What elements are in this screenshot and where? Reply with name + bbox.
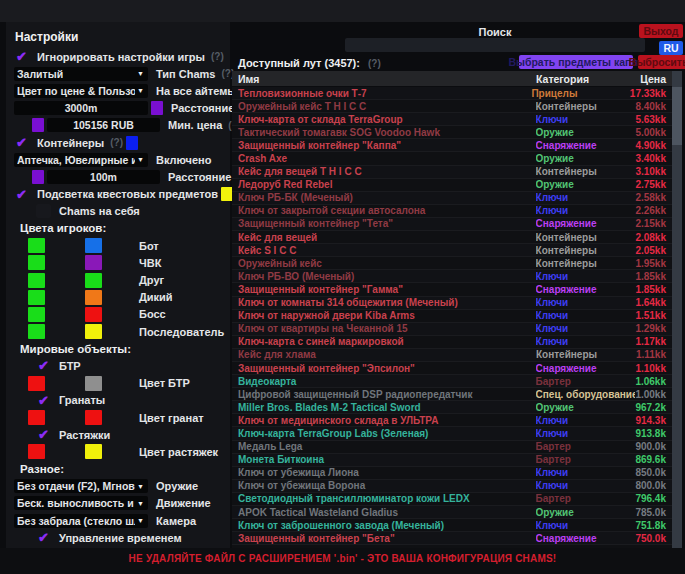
value-input[interactable]: 105156 RUB bbox=[47, 118, 160, 132]
section-header: Цвета игроков: bbox=[6, 220, 230, 237]
checkbox[interactable]: ✔ bbox=[36, 428, 51, 442]
loot-row[interactable]: Тепловизионные очки Т-7Прицелы17.33kk bbox=[232, 87, 672, 100]
loot-scrollbar[interactable] bbox=[672, 71, 682, 548]
checkbox[interactable] bbox=[36, 204, 51, 218]
color-swatch[interactable] bbox=[151, 101, 163, 115]
loot-row[interactable]: Медаль LegaБартер900.0k bbox=[232, 441, 672, 454]
color-swatch-type[interactable] bbox=[85, 376, 102, 391]
dropdown[interactable]: Цвет по цене & Пользователь▼ bbox=[14, 84, 148, 98]
color-swatch-visible[interactable] bbox=[28, 238, 45, 253]
loot-row[interactable]: Кейс для хламаКонтейнеры1.11kk bbox=[232, 349, 672, 362]
column-header-category[interactable]: Категория bbox=[536, 73, 636, 85]
settings-row: Последователь bbox=[6, 323, 230, 340]
loot-row[interactable]: Защищенный контейнер "Тета"Снаряжение2.1… bbox=[232, 218, 672, 231]
loot-item-category: Снаряжение bbox=[536, 284, 636, 295]
color-swatch-visible[interactable] bbox=[28, 307, 45, 322]
loot-item-price: 1.06kk bbox=[635, 376, 672, 387]
color-swatch-type[interactable] bbox=[85, 255, 102, 270]
help-icon[interactable]: (?) bbox=[211, 51, 224, 62]
chevron-down-icon: ▼ bbox=[137, 517, 144, 524]
loot-row[interactable]: Цифровой защищенный DSP радиопередатчикС… bbox=[232, 388, 672, 401]
loot-row[interactable]: Ключ-карта TerraGroup Labs (Зеленая)Ключ… bbox=[232, 427, 672, 440]
chevron-down-icon: ▼ bbox=[137, 156, 144, 163]
checkbox[interactable]: ✔ bbox=[14, 187, 29, 201]
color-swatch-visible[interactable] bbox=[28, 410, 45, 425]
loot-row[interactable]: Ключ-карта с синей маркировкойКлючи1.17k… bbox=[232, 336, 672, 349]
checkbox[interactable]: ✔ bbox=[36, 531, 51, 545]
loot-row[interactable]: Защищенный контейнер "Бета"Снаряжение750… bbox=[232, 532, 672, 545]
color-swatch-type[interactable] bbox=[85, 324, 102, 339]
loot-row[interactable]: Оружейный кейс T H I C CКонтейнеры8.40kk bbox=[232, 100, 672, 113]
loot-row[interactable]: Ключ от комнаты 314 общежития (Меченый)К… bbox=[232, 297, 672, 310]
loot-row[interactable]: Ключ РБ-ВО (Меченый)Ключи1.85kk bbox=[232, 270, 672, 283]
value-input[interactable]: 3000m bbox=[14, 101, 148, 115]
color-swatch[interactable] bbox=[32, 118, 44, 132]
loot-row[interactable]: ВидеокартаБартер1.06kk bbox=[232, 375, 672, 388]
color-swatch-visible[interactable] bbox=[28, 255, 45, 270]
color-swatch-visible[interactable] bbox=[28, 376, 45, 391]
color-swatch-type[interactable] bbox=[85, 307, 102, 322]
dropdown[interactable]: Без забрала (стекло шлема)▼ bbox=[14, 514, 148, 528]
color-swatch-type[interactable] bbox=[85, 273, 102, 288]
loot-item-name: Кейс S I C C bbox=[232, 245, 536, 256]
checkbox[interactable]: ✔ bbox=[14, 136, 29, 150]
color-swatch[interactable] bbox=[126, 136, 138, 150]
loot-item-name: Оружейный кейс T H I C C bbox=[232, 101, 536, 112]
discard-all-button[interactable]: Выбросить все bbox=[638, 55, 685, 69]
color-swatch-type[interactable] bbox=[85, 444, 102, 459]
loot-row[interactable]: Ключ от квартиры на Чеканной 15Ключи1.29… bbox=[232, 323, 672, 336]
color-swatch[interactable] bbox=[32, 170, 44, 184]
color-swatch-visible[interactable] bbox=[28, 324, 45, 339]
loot-row[interactable]: Ключ от убежища ЛионаКлючи850.0k bbox=[232, 467, 672, 480]
loot-row[interactable]: Ледоруб Red RebelОружие2.75kk bbox=[232, 179, 672, 192]
color-swatch-visible[interactable] bbox=[28, 444, 45, 459]
loot-item-price: 5.00kk bbox=[635, 127, 672, 138]
dropdown[interactable]: Без отдачи (F2), Мгновенное п▼ bbox=[14, 479, 148, 493]
dropdown[interactable]: Залитый▼ bbox=[14, 67, 148, 81]
loot-row[interactable]: Ключ от закрытой секции автосалонаКлючи2… bbox=[232, 205, 672, 218]
column-header-name[interactable]: Имя bbox=[232, 73, 536, 85]
loot-row[interactable]: Ключ от наружной двери Kiba ArmsКлючи1.5… bbox=[232, 310, 672, 323]
loot-row[interactable]: Защищенный контейнер "Эпсилон"Снаряжение… bbox=[232, 362, 672, 375]
color-swatch-type[interactable] bbox=[85, 238, 102, 253]
loot-row[interactable]: Ключ от заброшенного завода (Меченый)Клю… bbox=[232, 519, 672, 532]
loot-row[interactable]: Кейс для вещей T H I C CКонтейнеры3.10kk bbox=[232, 166, 672, 179]
loot-row[interactable]: Кейс для вещейКонтейнеры2.08kk bbox=[232, 231, 672, 244]
loot-title-text: Доступный лут (3457): bbox=[238, 57, 360, 69]
color-swatch-type[interactable] bbox=[85, 410, 102, 425]
checkbox[interactable]: ✔ bbox=[36, 393, 51, 407]
loot-scrollbar-thumb[interactable] bbox=[672, 87, 682, 145]
column-header-price[interactable]: Цена bbox=[636, 73, 672, 85]
dropdown[interactable]: Беск. выносливость и нет уста▼ bbox=[14, 496, 148, 510]
color-swatch-type[interactable] bbox=[85, 290, 102, 305]
help-icon[interactable]: (?) bbox=[110, 137, 123, 148]
checkbox[interactable]: ✔ bbox=[36, 359, 51, 373]
exit-button[interactable]: Выход bbox=[639, 24, 683, 38]
color-swatch-visible[interactable] bbox=[28, 273, 45, 288]
loot-row[interactable]: Miller Bros. Blades M-2 Tactical SwordОр… bbox=[232, 401, 672, 414]
color-swatch-visible[interactable] bbox=[28, 290, 45, 305]
value-input[interactable]: 100m bbox=[47, 170, 160, 184]
loot-row[interactable]: Тактический томагавк SOG Voodoo HawkОруж… bbox=[232, 126, 672, 139]
loot-row[interactable]: Светодиодный трансиллюминатор кожи LEDXБ… bbox=[232, 493, 672, 506]
loot-row[interactable]: Монета БиткоинаБартер869.6k bbox=[232, 454, 672, 467]
loot-row[interactable]: APOK Tactical Wasteland GladiusОружие785… bbox=[232, 506, 672, 519]
loot-item-name: Ключ от убежища Лиона bbox=[232, 467, 536, 478]
loot-row[interactable]: Защищенный контейнер "Каппа"Снаряжение4.… bbox=[232, 139, 672, 152]
loot-row[interactable]: Оружейный кейсКонтейнеры1.95kk bbox=[232, 257, 672, 270]
loot-row[interactable]: Ключ-карта от склада TerraGroupКлючи5.63… bbox=[232, 113, 672, 126]
search-input[interactable] bbox=[345, 38, 645, 52]
loot-row[interactable]: Ключ от медицинского склада в УЛЬТРАКлюч… bbox=[232, 414, 672, 427]
window-titlebar bbox=[0, 0, 685, 22]
loot-row[interactable]: Ключ от убежища ВоронаКлючи800.0k bbox=[232, 480, 672, 493]
loot-row[interactable]: Защищенный контейнер "Гамма"Снаряжение1.… bbox=[232, 283, 672, 296]
loot-row[interactable]: Crash AxeОружие3.40kk bbox=[232, 152, 672, 165]
dropdown[interactable]: Аптечка, Ювелирные и...▼ bbox=[14, 153, 148, 167]
dropdown-label: На все айтемы bbox=[156, 85, 237, 97]
loot-row[interactable]: Ключ РБ-БК (Меченый)Ключи2.58kk bbox=[232, 192, 672, 205]
select-kappa-button[interactable]: Выбрать предметы каппа bbox=[519, 55, 633, 69]
language-button[interactable]: RU bbox=[659, 41, 683, 55]
loot-row[interactable]: Кейс S I C CКонтейнеры2.05kk bbox=[232, 244, 672, 257]
checkbox[interactable]: ✔ bbox=[14, 50, 29, 64]
settings-row: Аптечка, Ювелирные и...▼Включено bbox=[6, 151, 230, 168]
